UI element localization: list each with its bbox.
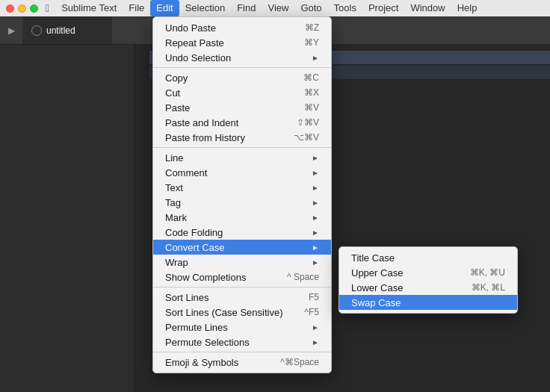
submenu-arrow-icon: ► (312, 54, 319, 62)
shortcut: ⌘X (304, 87, 319, 98)
convert-case-submenu[interactable]: Title Case Upper Case ⌘K, ⌘U Lower Case … (339, 246, 518, 314)
menu-item-label: Swap Case (351, 297, 401, 308)
submenu-arrow-icon: ► (312, 154, 319, 162)
menu-item-undo-selection[interactable]: Undo Selection ► (153, 50, 331, 65)
submenu-arrow-icon: ► (312, 258, 319, 267)
shortcut: ⌘Z (305, 22, 319, 33)
menu-item-show-completions[interactable]: Show Completions ^ Space (153, 270, 331, 284)
submenu-arrow-icon: ► (312, 169, 319, 177)
menubar-item-view[interactable]: View (262, 0, 294, 16)
menu-item-label: Title Case (351, 252, 395, 264)
menu-item-lower-case[interactable]: Lower Case ⌘K, ⌘L (339, 280, 517, 295)
menu-item-comment[interactable]: Comment ► (153, 165, 331, 180)
submenu-arrow-icon: ► (312, 199, 319, 207)
menu-item-cut[interactable]: Cut ⌘X (153, 85, 331, 100)
menu-item-label: Wrap (165, 257, 188, 268)
edit-menu[interactable]: Undo Paste ⌘Z Repeat Paste ⌘Y Undo Selec… (152, 16, 332, 373)
menu-item-permute-selections[interactable]: Permute Selections ► (153, 335, 331, 349)
menubar:  Sublime Text File Edit Selection Find … (0, 0, 550, 16)
traffic-lights (6, 4, 38, 13)
menu-item-label: Upper Case (351, 267, 403, 279)
menu-item-paste[interactable]: Paste ⌘V (153, 100, 331, 115)
menu-item-label: Sort Lines (Case Sensitive) (165, 307, 283, 318)
shortcut: ⌘V (304, 102, 319, 113)
menu-item-mark[interactable]: Mark ► (153, 210, 331, 225)
menubar-item-selection[interactable]: Selection (179, 0, 231, 16)
separator (153, 147, 331, 148)
submenu-arrow-icon: ► (312, 323, 319, 332)
menu-item-label: Paste (165, 102, 190, 113)
menu-item-label: Text (165, 182, 183, 193)
menubar-item-edit[interactable]: Edit (150, 0, 179, 16)
maximize-button[interactable] (30, 4, 38, 13)
menu-item-label: Paste and Indent (165, 117, 238, 128)
menubar-item-project[interactable]: Project (362, 0, 404, 16)
menu-item-code-folding[interactable]: Code Folding ► (153, 225, 331, 240)
menu-item-label: Emoji & Symbols (165, 357, 238, 368)
menubar-item-file[interactable]: File (123, 0, 150, 16)
menu-item-label: Cut (165, 87, 180, 99)
menu-item-sort-lines-case[interactable]: Sort Lines (Case Sensitive) ^F5 (153, 305, 331, 320)
menu-item-sort-lines[interactable]: Sort Lines F5 (153, 290, 331, 305)
shortcut: ⌘K, ⌘L (472, 282, 505, 293)
menu-item-repeat-paste[interactable]: Repeat Paste ⌘Y (153, 35, 331, 50)
menu-item-label: Tag (165, 197, 181, 208)
shortcut: ^⌘Space (280, 357, 319, 367)
menubar-item-window[interactable]: Window (404, 0, 451, 16)
menubar-item-help[interactable]: Help (451, 0, 483, 16)
shortcut: F5 (309, 292, 319, 302)
submenu-arrow-icon: ► (312, 243, 319, 252)
shortcut: ^F5 (304, 307, 319, 317)
submenu-arrow-icon: ► (312, 338, 319, 346)
submenu-arrow-icon: ► (312, 184, 319, 192)
apple-icon:  (46, 2, 49, 14)
menu-item-upper-case[interactable]: Upper Case ⌘K, ⌘U (339, 265, 517, 280)
minimize-button[interactable] (18, 4, 26, 13)
menu-item-label: Permute Lines (165, 322, 228, 333)
shortcut: ⌘C (303, 72, 319, 83)
menu-item-label: Convert Case (165, 242, 224, 253)
menubar-item-goto[interactable]: Goto (294, 0, 327, 16)
menu-item-paste-indent[interactable]: Paste and Indent ⇧⌘V (153, 115, 331, 130)
menu-item-label: Undo Paste (165, 22, 216, 34)
menu-item-permute-lines[interactable]: Permute Lines ► (153, 320, 331, 335)
menu-item-wrap[interactable]: Wrap ► (153, 255, 331, 270)
close-button[interactable] (6, 4, 14, 13)
shortcut: ⌥⌘V (294, 132, 319, 143)
shortcut: ⌘Y (304, 37, 319, 48)
separator (153, 287, 331, 287)
menu-item-copy[interactable]: Copy ⌘C (153, 70, 331, 85)
shortcut: ⇧⌘V (297, 117, 319, 128)
menu-item-line[interactable]: Line ► (153, 150, 331, 165)
separator (153, 352, 331, 352)
menu-item-tag[interactable]: Tag ► (153, 195, 331, 210)
submenu-arrow-icon: ► (312, 228, 319, 237)
shortcut: ⌘K, ⌘U (470, 267, 505, 278)
menu-item-label: Repeat Paste (165, 37, 224, 49)
menu-item-label: Show Completions (165, 272, 246, 283)
menu-item-label: Copy (165, 72, 188, 84)
menu-item-label: Permute Selections (165, 337, 250, 348)
menu-item-swap-case[interactable]: Swap Case (339, 295, 517, 310)
menubar-item-find[interactable]: Find (231, 0, 262, 16)
menu-item-title-case[interactable]: Title Case (339, 250, 517, 265)
menu-item-label: Sort Lines (165, 292, 209, 303)
separator (153, 67, 331, 68)
menu-item-label: Line (165, 152, 184, 164)
menu-overlay: Undo Paste ⌘Z Repeat Paste ⌘Y Undo Selec… (0, 16, 550, 392)
menu-item-label: Comment (165, 167, 207, 178)
menu-item-undo-paste[interactable]: Undo Paste ⌘Z (153, 20, 331, 35)
menu-item-emoji-symbols[interactable]: Emoji & Symbols ^⌘Space (153, 355, 331, 370)
menu-item-paste-history[interactable]: Paste from History ⌥⌘V (153, 130, 331, 145)
menu-item-label: Lower Case (351, 282, 403, 293)
shortcut: ^ Space (287, 272, 319, 282)
submenu-arrow-icon: ► (312, 214, 319, 222)
menu-item-label: Mark (165, 212, 187, 223)
menu-item-label: Undo Selection (165, 52, 231, 63)
menubar-item-sublime-text[interactable]: Sublime Text (55, 0, 123, 16)
menu-item-label: Code Folding (165, 227, 223, 238)
menu-item-text[interactable]: Text ► (153, 180, 331, 195)
menu-item-label: Paste from History (165, 132, 245, 143)
menu-item-convert-case[interactable]: Convert Case ► (153, 240, 331, 255)
menubar-item-tools[interactable]: Tools (328, 0, 362, 16)
